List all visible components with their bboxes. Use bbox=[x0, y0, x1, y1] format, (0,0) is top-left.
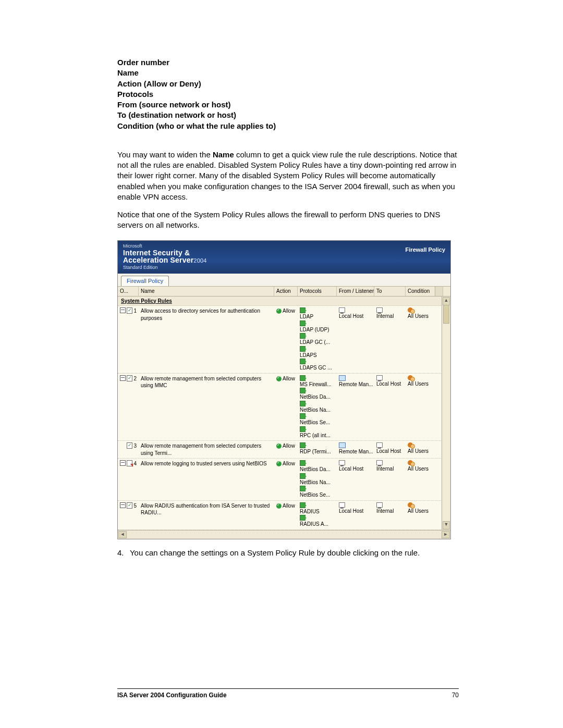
scroll-up-icon[interactable]: ▲ bbox=[443, 297, 450, 305]
paragraph-widen-name: You may want to widen the Name column to… bbox=[117, 150, 459, 202]
table-row[interactable]: 1Allow access to directory services for … bbox=[118, 306, 450, 374]
col-from: From (source network or host) bbox=[117, 100, 459, 110]
rule-to: Internal bbox=[374, 460, 406, 499]
order-number: 1 bbox=[133, 307, 137, 315]
table-row[interactable]: 2Allow remote management from selected c… bbox=[118, 374, 450, 441]
protocol-item: NetBios Se... bbox=[300, 413, 335, 426]
from-item: Local Host bbox=[339, 307, 372, 320]
collapse-icon[interactable] bbox=[120, 307, 126, 313]
header-right-label: Firewall Policy bbox=[406, 246, 445, 254]
table-row[interactable]: 4Allow remote logging to trusted servers… bbox=[118, 459, 450, 501]
protocol-icon bbox=[300, 460, 305, 466]
protocol-item: LDAP (UDP) bbox=[300, 320, 335, 334]
para1-pre: You may want to widen the bbox=[117, 150, 213, 159]
rule-disabled-icon bbox=[127, 460, 133, 466]
to-item: Local Host bbox=[376, 375, 403, 388]
rule-enabled-icon bbox=[127, 502, 133, 509]
users-icon bbox=[408, 375, 413, 380]
network-host-icon bbox=[339, 460, 345, 465]
tab-bar: Firewall Policy bbox=[118, 274, 450, 287]
collapse-icon[interactable] bbox=[120, 460, 126, 466]
protocol-item: LDAPS bbox=[300, 346, 335, 359]
protocol-item: LDAP GC (... bbox=[300, 333, 335, 346]
col-name: Name bbox=[117, 68, 459, 78]
col-protocols: Protocols bbox=[117, 89, 459, 100]
horizontal-scrollbar[interactable]: ◄ ► bbox=[118, 530, 450, 539]
col-action: Action (Allow or Deny) bbox=[117, 79, 459, 89]
protocol-item: LDAP bbox=[300, 307, 335, 320]
section-system-policy-rules: System Policy Rules bbox=[118, 297, 450, 306]
rule-name: Allow access to directory services for a… bbox=[139, 307, 274, 372]
protocol-item: NetBios Na... bbox=[300, 473, 335, 486]
hdr-to[interactable]: To bbox=[374, 287, 406, 296]
rule-protocols: LDAPLDAP (UDP)LDAP GC (...LDAPSLDAPS GC … bbox=[298, 307, 337, 372]
action-text: Allow bbox=[283, 461, 295, 466]
computer-set-icon bbox=[339, 375, 346, 381]
page-number: 70 bbox=[452, 691, 459, 699]
col-condition: Condition (who or what the rule applies … bbox=[117, 121, 459, 131]
scroll-right-icon[interactable]: ► bbox=[442, 531, 450, 538]
paragraph-dns: Notice that one of the System Policy Rul… bbox=[117, 209, 459, 231]
allow-icon bbox=[276, 443, 282, 449]
table-row[interactable]: 5Allow RADIUS authentication from ISA Se… bbox=[118, 501, 450, 530]
protocol-item: NetBios Da... bbox=[300, 388, 335, 401]
rule-protocols: MS Firewall...NetBios Da...NetBios Na...… bbox=[298, 375, 337, 439]
allow-icon bbox=[276, 376, 282, 381]
hdr-protocols[interactable]: Protocols bbox=[298, 287, 337, 296]
protocol-item: RDP (Termi... bbox=[300, 442, 335, 455]
tab-firewall-policy[interactable]: Firewall Policy bbox=[121, 276, 169, 286]
para1-bold: Name bbox=[213, 150, 234, 159]
allow-icon bbox=[276, 461, 282, 466]
rule-from: Local Host bbox=[337, 307, 374, 372]
rule-protocols: NetBios Da...NetBios Na...NetBios Se... bbox=[298, 460, 337, 499]
protocol-icon bbox=[300, 333, 305, 339]
from-item: Remote Man... bbox=[339, 442, 372, 455]
protocol-icon bbox=[300, 502, 305, 508]
scroll-thumb[interactable] bbox=[443, 305, 449, 324]
protocol-icon bbox=[300, 442, 305, 448]
rule-to: Local Host bbox=[374, 375, 406, 439]
protocol-icon bbox=[300, 515, 305, 521]
protocol-icon bbox=[300, 388, 305, 393]
action-text: Allow bbox=[283, 503, 295, 509]
hdr-condition[interactable]: Condition bbox=[406, 287, 435, 296]
rule-action: Allow bbox=[274, 460, 298, 499]
document-page: Order number Name Action (Allow or Deny)… bbox=[0, 0, 563, 728]
hdr-name[interactable]: Name bbox=[139, 287, 274, 296]
page-footer: ISA Server 2004 Configuration Guide 70 bbox=[117, 688, 459, 699]
vertical-scrollbar[interactable]: ▲ ▼ bbox=[442, 297, 450, 530]
allow-icon bbox=[276, 503, 282, 509]
hdr-order[interactable]: O... bbox=[118, 287, 139, 296]
collapse-icon[interactable] bbox=[120, 375, 126, 381]
protocol-item: RADIUS bbox=[300, 502, 335, 515]
rule-action: Allow bbox=[274, 307, 298, 372]
step-4: 4. You can change the settings on a Syst… bbox=[117, 548, 459, 558]
protocol-icon bbox=[300, 375, 305, 381]
isa-firewall-screenshot: Microsoft Internet Security & Accelerati… bbox=[117, 240, 451, 539]
scroll-down-icon[interactable]: ▼ bbox=[443, 521, 450, 529]
from-item: Remote Man... bbox=[339, 375, 372, 388]
protocol-item: MS Firewall... bbox=[300, 375, 335, 388]
to-item: Internal bbox=[376, 502, 403, 515]
rule-condition: All Users bbox=[406, 307, 435, 372]
rule-name: Allow remote management from selected co… bbox=[139, 442, 274, 456]
rule-columns-list: Order number Name Action (Allow or Deny)… bbox=[117, 57, 459, 131]
network-host-icon bbox=[376, 375, 383, 380]
network-host-icon bbox=[339, 307, 345, 313]
order-cell: 5 bbox=[118, 502, 139, 528]
scroll-track[interactable] bbox=[443, 305, 449, 522]
collapse-icon[interactable] bbox=[120, 502, 126, 508]
protocol-icon bbox=[300, 473, 305, 479]
hdr-scroll-spacer bbox=[435, 287, 443, 296]
grid-header-row: O... Name Action Protocols From / Listen… bbox=[118, 287, 450, 297]
order-cell: 1 bbox=[118, 307, 139, 372]
scroll-left-icon[interactable]: ◄ bbox=[118, 531, 127, 538]
table-row[interactable]: 3Allow remote management from selected c… bbox=[118, 441, 450, 459]
network-host-icon bbox=[376, 460, 383, 465]
hdr-action[interactable]: Action bbox=[274, 287, 298, 296]
hdr-from[interactable]: From / Listener bbox=[337, 287, 374, 296]
network-host-icon bbox=[376, 502, 383, 508]
rule-name: Allow remote management from selected co… bbox=[139, 375, 274, 439]
screenshot-header: Microsoft Internet Security & Accelerati… bbox=[118, 241, 450, 274]
rule-name: Allow remote logging to trusted servers … bbox=[139, 460, 274, 499]
